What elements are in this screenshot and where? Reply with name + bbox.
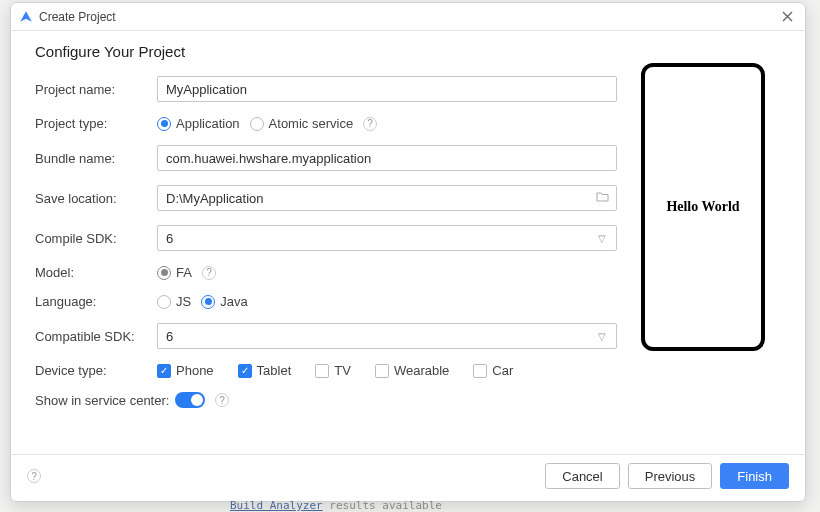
- radio-java[interactable]: Java: [201, 294, 247, 309]
- checkbox-car-label: Car: [492, 363, 513, 378]
- titlebar: Create Project: [11, 3, 805, 31]
- compile-sdk-select[interactable]: 6 ▽: [157, 225, 617, 251]
- row-save-location: Save location:: [35, 185, 617, 211]
- build-analyzer-rest: results available: [323, 499, 442, 512]
- label-project-name: Project name:: [35, 82, 157, 97]
- row-compile-sdk: Compile SDK: 6 ▽: [35, 225, 617, 251]
- radio-fa[interactable]: FA: [157, 265, 192, 280]
- checkbox-wearable-label: Wearable: [394, 363, 449, 378]
- label-compatible-sdk: Compatible SDK:: [35, 329, 157, 344]
- help-model-icon[interactable]: ?: [202, 266, 216, 280]
- dialog-footer: ? Cancel Previous Finish: [11, 454, 805, 501]
- checkbox-tv-label: TV: [334, 363, 351, 378]
- checkbox-tablet[interactable]: ✓Tablet: [238, 363, 292, 378]
- radio-application-label: Application: [176, 116, 240, 131]
- chevron-down-icon: ▽: [598, 331, 606, 342]
- row-model: Model: FA ?: [35, 265, 617, 280]
- compile-sdk-value: 6: [166, 231, 173, 246]
- finish-button[interactable]: Finish: [720, 463, 789, 489]
- checkbox-wearable[interactable]: Wearable: [375, 363, 449, 378]
- row-project-type: Project type: Application Atomic service…: [35, 116, 617, 131]
- background-status-strip: Build Analyzer results available: [230, 499, 442, 512]
- radio-js[interactable]: JS: [157, 294, 191, 309]
- radio-atomic-service-label: Atomic service: [269, 116, 354, 131]
- checkbox-car[interactable]: Car: [473, 363, 513, 378]
- show-service-toggle[interactable]: [175, 392, 205, 408]
- label-language: Language:: [35, 294, 157, 309]
- window-title: Create Project: [39, 10, 777, 24]
- row-project-name: Project name:: [35, 76, 617, 102]
- label-bundle-name: Bundle name:: [35, 151, 157, 166]
- label-project-type: Project type:: [35, 116, 157, 131]
- folder-browse-icon[interactable]: [596, 191, 609, 205]
- help-show-service-icon[interactable]: ?: [215, 393, 229, 407]
- label-device-type: Device type:: [35, 363, 157, 378]
- row-language: Language: JS Java: [35, 294, 617, 309]
- radio-application[interactable]: Application: [157, 116, 240, 131]
- build-analyzer-link[interactable]: Build Analyzer: [230, 499, 323, 512]
- create-project-dialog: Create Project Configure Your Project Pr…: [10, 2, 806, 502]
- close-button[interactable]: [777, 7, 797, 27]
- compatible-sdk-value: 6: [166, 329, 173, 344]
- label-compile-sdk: Compile SDK:: [35, 231, 157, 246]
- cancel-button[interactable]: Cancel: [545, 463, 619, 489]
- phone-preview: Hello World: [641, 63, 765, 351]
- checkbox-phone-label: Phone: [176, 363, 214, 378]
- project-name-input[interactable]: [157, 76, 617, 102]
- checkbox-tablet-label: Tablet: [257, 363, 292, 378]
- label-save-location: Save location:: [35, 191, 157, 206]
- dialog-content: Configure Your Project Project name: Pro…: [11, 31, 805, 454]
- bundle-name-input[interactable]: [157, 145, 617, 171]
- compatible-sdk-select[interactable]: 6 ▽: [157, 323, 617, 349]
- form-area: Configure Your Project Project name: Pro…: [35, 41, 617, 450]
- preview-text: Hello World: [666, 199, 739, 215]
- row-show-service: Show in service center: ?: [35, 392, 617, 408]
- chevron-down-icon: ▽: [598, 233, 606, 244]
- label-model: Model:: [35, 265, 157, 280]
- previous-button[interactable]: Previous: [628, 463, 713, 489]
- help-project-type-icon[interactable]: ?: [363, 117, 377, 131]
- checkbox-phone[interactable]: ✓Phone: [157, 363, 214, 378]
- radio-atomic-service[interactable]: Atomic service: [250, 116, 354, 131]
- app-logo-icon: [19, 10, 33, 24]
- row-device-type: Device type: ✓Phone ✓Tablet TV Wearable …: [35, 363, 617, 378]
- close-icon: [782, 11, 793, 22]
- checkbox-tv[interactable]: TV: [315, 363, 351, 378]
- label-show-service: Show in service center:: [35, 393, 175, 408]
- preview-area: Hello World: [641, 41, 781, 450]
- save-location-input[interactable]: [157, 185, 617, 211]
- help-footer-icon[interactable]: ?: [27, 469, 41, 483]
- radio-java-label: Java: [220, 294, 247, 309]
- row-bundle-name: Bundle name:: [35, 145, 617, 171]
- page-heading: Configure Your Project: [35, 43, 617, 60]
- radio-fa-label: FA: [176, 265, 192, 280]
- row-compatible-sdk: Compatible SDK: 6 ▽: [35, 323, 617, 349]
- radio-js-label: JS: [176, 294, 191, 309]
